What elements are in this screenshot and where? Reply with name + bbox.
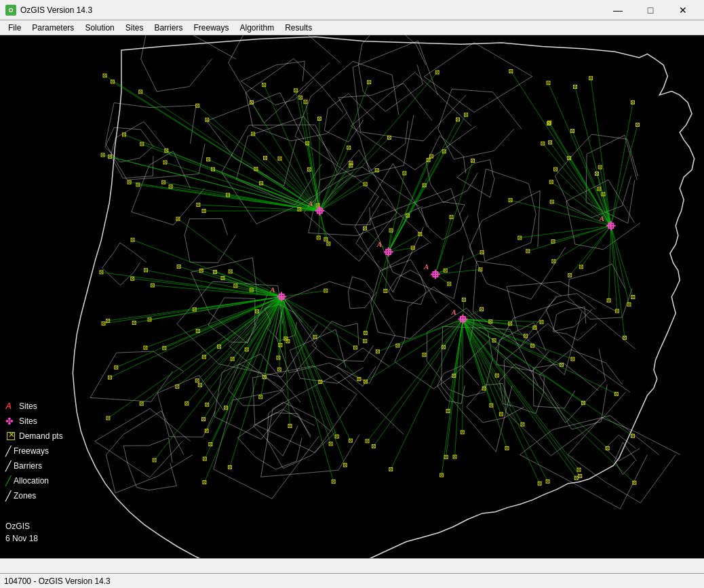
- map-area: A Sites ✤ Sites ✕ Demand pts ╱ Freeways …: [0, 35, 704, 558]
- menu-barriers[interactable]: Barriers: [149, 20, 188, 35]
- legend-item-barriers: ╱ Barriers: [5, 459, 63, 473]
- legend-item-sites-cross: ✤ Sites: [5, 414, 63, 428]
- menu-file[interactable]: File: [3, 20, 26, 35]
- title-bar: O OzGIS Version 14.3 — □ ✕: [0, 0, 704, 20]
- legend-label-barriers: Barriers: [14, 459, 42, 473]
- menu-bar: File Parameters Solution Sites Barriers …: [0, 20, 704, 35]
- minimize-button[interactable]: —: [602, 0, 633, 20]
- menu-results[interactable]: Results: [279, 20, 317, 35]
- app-name-label: OzGIS: [5, 520, 38, 532]
- legend-item-freeways: ╱ Freeways: [5, 444, 63, 458]
- menu-freeways[interactable]: Freeways: [188, 20, 234, 35]
- map-bottom-info: OzGIS 6 Nov 18: [5, 520, 38, 545]
- legend-label-allocation: Allocation: [14, 474, 49, 488]
- window-controls: — □ ✕: [602, 0, 699, 20]
- legend-label-demand: Demand pts: [19, 429, 63, 443]
- status-bar: [0, 558, 704, 573]
- legend-item-demand: ✕ Demand pts: [5, 429, 63, 443]
- legend-label-zones: Zones: [14, 489, 36, 503]
- menu-algorithm[interactable]: Algorithm: [234, 20, 279, 35]
- legend-label-sites-cross: Sites: [19, 414, 37, 428]
- legend-icon-sites-cross: ✤: [5, 414, 16, 428]
- app-icon: O: [5, 5, 16, 16]
- map-canvas[interactable]: [0, 35, 704, 558]
- maximize-button[interactable]: □: [635, 0, 666, 20]
- date-label: 6 Nov 18: [5, 532, 38, 545]
- legend-icon-barriers: ╱: [5, 459, 11, 473]
- legend-icon-freeways: ╱: [5, 444, 11, 458]
- legend-icon-zones: ╱: [5, 489, 11, 503]
- legend-icon-allocation: ╱: [5, 474, 11, 488]
- menu-solution[interactable]: Solution: [79, 20, 119, 35]
- close-button[interactable]: ✕: [667, 0, 699, 20]
- legend-item-allocation: ╱ Allocation: [5, 474, 63, 488]
- menu-sites[interactable]: Sites: [120, 20, 149, 35]
- app-title: OzGIS Version 14.3: [20, 5, 92, 15]
- footer-text: 104700 - OzGIS Version 14.3: [4, 576, 111, 586]
- menu-parameters[interactable]: Parameters: [26, 20, 79, 35]
- legend-label-freeways: Freeways: [14, 444, 49, 458]
- legend-item-zones: ╱ Zones: [5, 489, 63, 503]
- legend-icon-sites-a: A: [5, 399, 16, 413]
- legend-label-sites-a: Sites: [19, 399, 37, 413]
- footer-bar: 104700 - OzGIS Version 14.3: [0, 573, 704, 588]
- map-legend: A Sites ✤ Sites ✕ Demand pts ╱ Freeways …: [5, 399, 63, 504]
- legend-item-sites-a: A Sites: [5, 399, 63, 413]
